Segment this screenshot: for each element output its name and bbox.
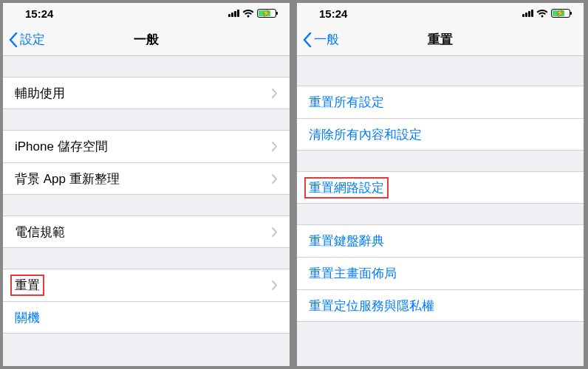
chevron-right-icon xyxy=(272,174,278,184)
back-label: 一般 xyxy=(314,31,339,48)
row-erase-all[interactable]: 清除所有內容和設定 xyxy=(297,118,584,151)
row-regulatory[interactable]: 電信規範 xyxy=(3,215,290,248)
row-reset-keyboard[interactable]: 重置鍵盤辭典 xyxy=(297,224,584,257)
chevron-left-icon xyxy=(9,32,18,47)
row-label: 背景 App 重新整理 xyxy=(15,170,120,187)
nav-title: 重置 xyxy=(428,31,453,48)
row-reset[interactable]: 重置 xyxy=(3,269,290,301)
chevron-right-icon xyxy=(272,280,278,290)
back-button[interactable]: 設定 xyxy=(3,31,45,48)
row-label: 重置鍵盤辭典 xyxy=(309,232,384,249)
chevron-right-icon xyxy=(272,89,278,98)
right-phone: 15:24 ⚡ 一般 重置 重置所有設定 清除所有內容和設定 重置網路設定 xyxy=(297,3,584,366)
reset-list: 重置所有設定 清除所有內容和設定 重置網路設定 重置鍵盤辭典 重置主畫面佈局 重… xyxy=(297,56,584,322)
status-bar: 15:24 ⚡ xyxy=(3,3,290,24)
row-label: 重置主畫面佈局 xyxy=(309,265,397,282)
cell-signal-icon xyxy=(522,10,533,17)
status-icons: ⚡ xyxy=(228,9,276,18)
status-time: 15:24 xyxy=(25,7,53,20)
status-bar: 15:24 ⚡ xyxy=(297,3,584,24)
nav-bar: 一般 重置 xyxy=(297,24,584,56)
nav-title: 一般 xyxy=(134,31,159,48)
left-phone: 15:24 ⚡ 設定 一般 輔助使用 iPhone 儲存空間 xyxy=(3,3,290,366)
cell-signal-icon xyxy=(228,10,239,17)
wifi-icon xyxy=(536,9,548,18)
row-accessibility[interactable]: 輔助使用 xyxy=(3,77,290,109)
status-time: 15:24 xyxy=(319,7,347,20)
chevron-right-icon xyxy=(272,142,278,151)
status-icons: ⚡ xyxy=(522,9,570,18)
battery-icon: ⚡ xyxy=(257,9,276,18)
chevron-right-icon xyxy=(272,227,278,237)
row-background-refresh[interactable]: 背景 App 重新整理 xyxy=(3,162,290,195)
battery-icon: ⚡ xyxy=(551,9,570,18)
row-label: iPhone 儲存空間 xyxy=(15,138,108,155)
row-label: 重置定位服務與隱私權 xyxy=(309,297,434,314)
settings-list: 輔助使用 iPhone 儲存空間 背景 App 重新整理 電信規範 xyxy=(3,56,290,334)
row-label: 輔助使用 xyxy=(15,85,65,102)
row-label: 重置所有設定 xyxy=(309,94,384,111)
row-shutdown[interactable]: 關機 xyxy=(3,301,290,334)
row-label: 重置網路設定 xyxy=(304,177,389,199)
wifi-icon xyxy=(242,9,254,18)
row-label: 電信規範 xyxy=(15,224,65,241)
row-reset-location-privacy[interactable]: 重置定位服務與隱私權 xyxy=(297,289,584,322)
row-storage[interactable]: iPhone 儲存空間 xyxy=(3,130,290,162)
row-reset-home-layout[interactable]: 重置主畫面佈局 xyxy=(297,257,584,289)
back-label: 設定 xyxy=(20,31,45,48)
chevron-left-icon xyxy=(303,32,312,47)
back-button[interactable]: 一般 xyxy=(297,31,339,48)
row-reset-all-settings[interactable]: 重置所有設定 xyxy=(297,86,584,118)
nav-bar: 設定 一般 xyxy=(3,24,290,56)
row-label: 關機 xyxy=(15,309,40,326)
row-reset-network[interactable]: 重置網路設定 xyxy=(297,171,584,204)
row-label: 清除所有內容和設定 xyxy=(309,126,422,143)
row-label: 重置 xyxy=(10,275,44,296)
